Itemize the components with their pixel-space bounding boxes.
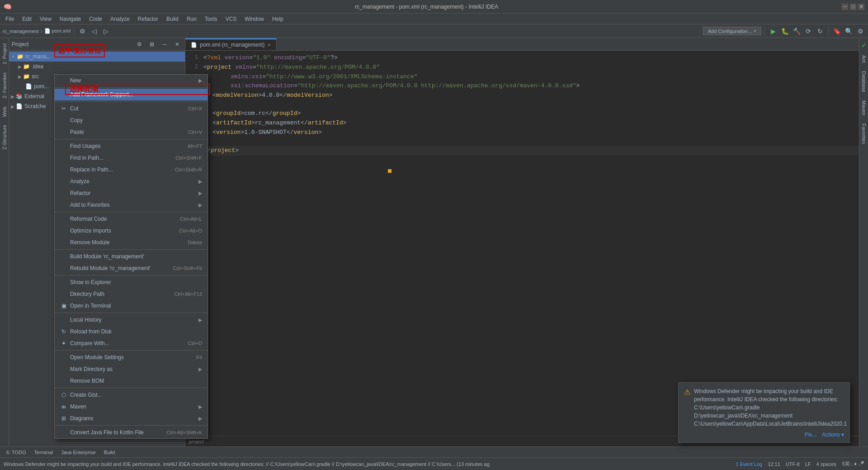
debug-button[interactable]: 🐛	[780, 26, 790, 36]
build-button[interactable]: 🔨	[792, 26, 802, 36]
editor-content[interactable]: 1 <?xml version="1.0" encoding="UTF-8"?>…	[185, 51, 859, 436]
menu-refactor[interactable]: Refactor	[134, 15, 162, 23]
notification-fix-button[interactable]: Fix...	[805, 432, 816, 438]
ctx-build-module[interactable]: Build Module 'rc_management'	[55, 251, 208, 262]
sidebar-item-structure[interactable]: Z-Structure	[1, 121, 8, 153]
ctx-module-settings[interactable]: Open Module Settings F4	[55, 351, 208, 363]
toolbar-nav-back[interactable]: ◁	[89, 26, 99, 36]
search-everywhere[interactable]: 🔍	[844, 26, 854, 36]
ctx-reformat[interactable]: Reformat Code Ctrl+Alt+L	[55, 213, 208, 225]
run-button[interactable]: ▶	[768, 26, 778, 36]
ctx-mark-dir[interactable]: Mark Directory as ▶	[55, 363, 208, 375]
code-line-7: 7 <groupId>com.rc</groupId>	[185, 109, 859, 119]
indent-indicator[interactable]: 4 spaces	[816, 461, 836, 467]
ctx-refactor[interactable]: Refactor ▶	[55, 187, 208, 199]
sidebar-right-ant[interactable]: Ant	[860, 52, 868, 66]
ctx-sep8	[55, 350, 208, 351]
toolbar-nav-fwd[interactable]: ▷	[101, 26, 111, 36]
status-right: 1 Event Log 12:11 UTF-8 LF 4 spaces S英·,…	[736, 461, 864, 467]
sidebar-item-favorites[interactable]: 2: Favorites	[1, 69, 8, 102]
sidebar-item-web[interactable]: Web	[1, 103, 8, 120]
line-col-indicator[interactable]: 12:11	[768, 461, 780, 467]
ctx-sep2	[55, 101, 208, 102]
toolbar-separator	[74, 27, 74, 35]
bottom-tab-java-enterprise[interactable]: Java Enterprise	[57, 448, 99, 457]
tab-close-icon[interactable]: ✕	[267, 43, 271, 47]
context-menu: New ▶ Add Framework Support... ✂Cut Ctrl…	[54, 74, 208, 439]
ctx-reload-disk[interactable]: ↻Reload from Disk	[55, 326, 208, 337]
settings-gear[interactable]: ⚙	[855, 26, 865, 36]
menu-window[interactable]: Window	[241, 15, 268, 23]
bottom-tab-terminal[interactable]: Terminal	[31, 448, 57, 457]
toolbar-btn5[interactable]: ↻	[815, 26, 825, 36]
ctx-local-history[interactable]: Local History ▶	[55, 314, 208, 326]
menu-run[interactable]: Run	[183, 15, 200, 23]
toolbar-more[interactable]: ⟳	[803, 26, 813, 36]
ctx-rebuild-module[interactable]: Rebuild Module 'rc_management' Ctrl+Shif…	[55, 262, 208, 274]
ctx-sep5	[55, 249, 208, 250]
menu-code[interactable]: Code	[85, 15, 106, 23]
event-log-badge[interactable]: 1 Event Log	[736, 461, 763, 467]
menubar: File Edit View Navigate Code Analyze Ref…	[0, 14, 868, 24]
line-sep-indicator[interactable]: LF	[805, 461, 811, 467]
ctx-diagrams[interactable]: ⊞Diagrams ▶	[55, 413, 208, 424]
sidebar-right-database[interactable]: Database	[860, 67, 868, 96]
editor-tab-pom[interactable]: 📄 pom.xml (rc_management) ✕	[185, 38, 277, 50]
minimize-button[interactable]: ─	[842, 4, 848, 10]
ctx-maven[interactable]: mMaven ▶	[55, 401, 208, 413]
ctx-remove-module[interactable]: Remove Module Delete	[55, 237, 208, 248]
project-sync-button[interactable]: ⚙	[134, 39, 144, 49]
left-sidebar-tabs: 1: Project 2: Favorites Web Z-Structure	[0, 38, 9, 446]
bottom-tab-build[interactable]: Build	[100, 448, 118, 457]
ctx-convert-kotlin[interactable]: Convert Java File to Kotlin File Ctrl+Al…	[55, 427, 208, 438]
menu-tools[interactable]: Tools	[201, 15, 221, 23]
bottom-panel: 6: TODO Terminal Java Enterprise Build	[0, 446, 868, 457]
project-panel-title: Project	[12, 41, 132, 47]
ctx-find-path[interactable]: Find in Path... Ctrl+Shift+F	[55, 152, 208, 164]
menu-file[interactable]: File	[2, 15, 18, 23]
ctx-replace-path[interactable]: Replace in Path... Ctrl+Shift+R	[55, 164, 208, 176]
ctx-add-favorites[interactable]: Add to Favorites ▶	[55, 199, 208, 211]
notification-header: ⚠ Windows Defender might be impacting yo…	[684, 387, 844, 428]
ctx-paste[interactable]: Paste Ctrl+V	[55, 126, 208, 138]
ctx-analyze[interactable]: Analyze ▶	[55, 176, 208, 187]
sidebar-right-maven[interactable]: Maven	[860, 97, 868, 119]
ctx-dir-path[interactable]: Directory Path Ctrl+Alt+F12	[55, 288, 208, 300]
menu-help[interactable]: Help	[269, 15, 287, 23]
ctx-optimize[interactable]: Optimize Imports Ctrl+Alt+O	[55, 225, 208, 237]
tree-item-idea[interactable]: ▶ 📁 .idea	[9, 62, 185, 71]
ctx-create-gist[interactable]: ⬡Create Gist...	[55, 389, 208, 401]
menu-navigate[interactable]: Navigate	[56, 15, 85, 23]
close-button[interactable]: ✕	[858, 4, 864, 10]
notification-actions-button[interactable]: Actions ▾	[822, 432, 844, 438]
menu-edit[interactable]: Edit	[19, 15, 35, 23]
sidebar-item-project[interactable]: 1: Project	[1, 40, 8, 68]
ctx-copy[interactable]: Copy	[55, 114, 208, 126]
bookmark-button[interactable]: 🔖	[832, 26, 842, 36]
add-configuration-button[interactable]: Add Configuration... ▾	[703, 27, 761, 35]
menu-view[interactable]: View	[36, 15, 55, 23]
sidebar-right-favorites[interactable]: Favorites	[860, 120, 868, 147]
project-close-button[interactable]: ✕	[172, 39, 182, 49]
ctx-find-usages[interactable]: Find Usages Alt+F7	[55, 140, 208, 152]
tree-item-root[interactable]: ▼ 📁 rc_mana...	[9, 52, 185, 62]
ime-indicator: S英·, ♦ 🎤	[842, 461, 864, 467]
menu-vcs[interactable]: VCS	[222, 15, 241, 23]
maximize-button[interactable]: □	[850, 4, 856, 10]
menu-analyze[interactable]: Analyze	[107, 15, 133, 23]
notification-text: Windows Defender might be impacting your…	[694, 387, 847, 428]
ctx-cut[interactable]: ✂Cut Ctrl+X	[55, 103, 208, 114]
ctx-new[interactable]: New ▶	[55, 75, 208, 86]
project-collapse-button[interactable]: ─	[160, 39, 170, 49]
project-expand-button[interactable]: ⊞	[147, 39, 157, 49]
ctx-compare[interactable]: ✦Compare With... Ctrl+D	[55, 337, 208, 349]
toolbar-settings[interactable]: ⚙	[77, 26, 87, 36]
project-header: Project ⚙ ⊞ ─ ✕	[9, 38, 185, 51]
bottom-tab-todo[interactable]: 6: TODO	[3, 448, 30, 457]
ctx-open-terminal[interactable]: ▣Open in Terminal	[55, 300, 208, 312]
ctx-show-explorer[interactable]: Show in Explorer	[55, 276, 208, 288]
encoding-indicator[interactable]: UTF-8	[786, 461, 800, 467]
menu-build[interactable]: Build	[163, 15, 182, 23]
ctx-add-framework[interactable]: Add Framework Support...	[55, 89, 208, 100]
ctx-remove-bom[interactable]: Remove BOM	[55, 375, 208, 387]
